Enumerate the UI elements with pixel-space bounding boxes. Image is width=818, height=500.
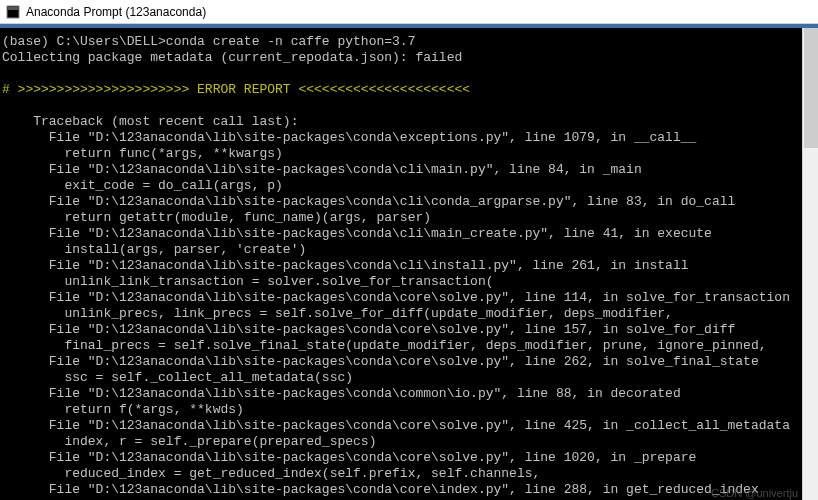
traceback-line: File "D:\123anaconda\lib\site-packages\c… (2, 482, 759, 497)
traceback-line: File "D:\123anaconda\lib\site-packages\c… (2, 354, 759, 369)
traceback-line: File "D:\123anaconda\lib\site-packages\c… (2, 258, 689, 273)
traceback-line: unlink_precs, link_precs = self.solve_fo… (2, 306, 673, 321)
traceback-line: return func(*args, **kwargs) (2, 146, 283, 161)
traceback-line: unlink_link_transaction = solver.solve_f… (2, 274, 493, 289)
traceback-line: final_precs = self.solve_final_state(upd… (2, 338, 767, 353)
terminal-output[interactable]: (base) C:\Users\DELL>conda create -n caf… (0, 28, 818, 500)
traceback-head: Traceback (most recent call last): (2, 114, 298, 129)
traceback-line: index, r = self._prepare(prepared_specs) (2, 434, 376, 449)
svg-rect-1 (8, 7, 18, 10)
traceback-line: exit_code = do_call(args, p) (2, 178, 283, 193)
error-report-header: # >>>>>>>>>>>>>>>>>>>>>> ERROR REPORT <<… (2, 82, 470, 97)
vertical-scrollbar[interactable] (802, 28, 818, 500)
traceback-line: File "D:\123anaconda\lib\site-packages\c… (2, 450, 696, 465)
traceback-line: ssc = self._collect_all_metadata(ssc) (2, 370, 353, 385)
traceback-line: File "D:\123anaconda\lib\site-packages\c… (2, 226, 712, 241)
traceback-line: File "D:\123anaconda\lib\site-packages\c… (2, 386, 681, 401)
app-icon (6, 5, 20, 19)
watermark: CSDN @univertju (711, 487, 798, 499)
window-titlebar[interactable]: Anaconda Prompt (123anaconda) (0, 0, 818, 24)
traceback-line: return f(*args, **kwds) (2, 402, 244, 417)
traceback-line: File "D:\123anaconda\lib\site-packages\c… (2, 130, 696, 145)
scrollbar-thumb[interactable] (804, 28, 818, 148)
traceback-line: reduced_index = get_reduced_index(self.p… (2, 466, 540, 481)
status-line: Collecting package metadata (current_rep… (2, 50, 462, 65)
traceback-line: File "D:\123anaconda\lib\site-packages\c… (2, 290, 790, 305)
traceback-line: install(args, parser, 'create') (2, 242, 306, 257)
traceback-line: File "D:\123anaconda\lib\site-packages\c… (2, 162, 642, 177)
traceback-line: return getattr(module, func_name)(args, … (2, 210, 431, 225)
traceback-line: File "D:\123anaconda\lib\site-packages\c… (2, 322, 735, 337)
window-title: Anaconda Prompt (123anaconda) (26, 5, 206, 19)
traceback-line: File "D:\123anaconda\lib\site-packages\c… (2, 418, 790, 433)
traceback-line: File "D:\123anaconda\lib\site-packages\c… (2, 194, 735, 209)
prompt-line: (base) C:\Users\DELL>conda create -n caf… (2, 34, 415, 49)
